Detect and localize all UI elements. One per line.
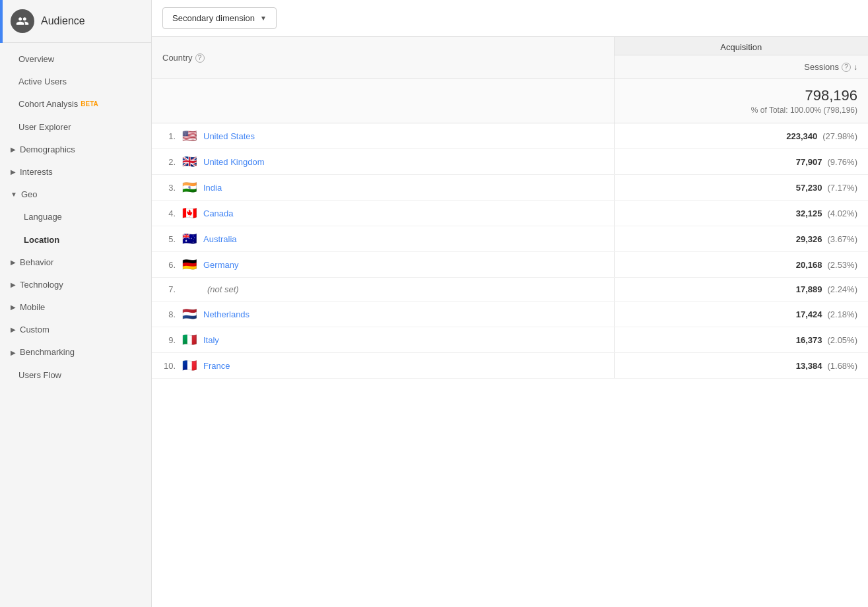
secondary-dimension-button[interactable]: Secondary dimension ▼ [162,7,277,29]
main-content: Secondary dimension ▼ Country ? Acquisit… [152,0,868,607]
country-link[interactable]: Italy [203,335,219,345]
row-number: 9. [162,335,176,345]
sidebar-nav: Overview Active Users Cohort AnalysisBET… [0,43,151,607]
row-number: 10. [162,361,176,371]
country-cell: 8.🇳🇱Netherlands [152,302,614,327]
sidebar-item-cohort-analysis-label: Cohort Analysis [18,98,78,110]
country-column-header: Country ? [152,37,614,79]
sessions-cell: 32,125(4.02%) [614,201,868,226]
sidebar-item-technology[interactable]: ▶ Technology [0,274,151,296]
chevron-right-icon: ▶ [11,280,16,290]
sidebar: Audience Overview Active Users Cohort An… [0,0,152,607]
country-link[interactable]: Canada [203,208,234,218]
sidebar-item-interests[interactable]: ▶ Interests [0,161,151,183]
chevron-down-icon: ▼ [260,15,267,22]
country-cell: 2.🇬🇧United Kingdom [152,149,614,175]
sessions-percentage: (2.53%) [827,260,857,270]
country-link[interactable]: Netherlands [203,309,250,319]
sessions-help-icon[interactable]: ? [842,63,851,72]
country-flag: 🇨🇦 [182,207,197,219]
table-row: 3.🇮🇳India57,230(7.17%) [152,175,868,201]
sidebar-item-geo[interactable]: ▼ Geo [0,183,151,206]
country-cell: 6.🇩🇪Germany [152,252,614,278]
country-not-set: (not set) [207,284,239,294]
sidebar-item-location[interactable]: Location [0,229,151,251]
country-link[interactable]: Germany [203,260,238,270]
top-bar: Secondary dimension ▼ [152,0,868,37]
sidebar-item-technology-label: Technology [20,279,63,291]
acquisition-header: Acquisition [614,37,868,55]
sidebar-item-interests-label: Interests [20,166,53,178]
total-sessions-sub: % of Total: 100.00% (798,196) [625,106,858,115]
sidebar-accent [0,0,3,43]
country-flag: 🇬🇧 [182,156,197,168]
chevron-right-icon: ▶ [11,303,16,312]
sidebar-item-mobile[interactable]: ▶ Mobile [0,296,151,319]
sessions-percentage: (2.18%) [827,309,857,319]
sidebar-item-demographics[interactable]: ▶ Demographics [0,139,151,161]
sidebar-item-behavior[interactable]: ▶ Behavior [0,251,151,274]
beta-badge: BETA [81,100,98,109]
sidebar-item-users-flow-label: Users Flow [18,369,61,381]
chevron-right-icon: ▶ [11,325,16,335]
chevron-right-icon: ▶ [11,145,16,154]
data-table: Country ? Acquisition Sessions ? ↓ [152,37,868,379]
country-cell: 5.🇦🇺Australia [152,226,614,252]
country-link[interactable]: Australia [203,234,237,244]
sidebar-item-overview-label: Overview [18,53,54,65]
country-flag: 🇳🇱 [182,308,197,320]
table-row: 1.🇺🇸United States223,340(27.98%) [152,123,868,149]
sessions-percentage: (3.67%) [827,234,857,244]
sidebar-item-benchmarking-label: Benchmarking [20,346,75,358]
sidebar-header: Audience [0,0,151,43]
country-link[interactable]: India [203,183,222,193]
table-row: 6.🇩🇪Germany20,168(2.53%) [152,252,868,278]
chevron-down-icon: ▼ [11,190,17,199]
sort-descending-icon[interactable]: ↓ [853,63,857,72]
sessions-cell: 77,907(9.76%) [614,149,868,175]
country-cell: 4.🇨🇦Canada [152,201,614,226]
table-row: 5.🇦🇺Australia29,326(3.67%) [152,226,868,252]
sidebar-item-language[interactable]: Language [0,206,151,228]
sidebar-item-custom[interactable]: ▶ Custom [0,319,151,341]
sessions-cell: 16,373(2.05%) [614,327,868,353]
row-number: 2. [162,157,176,167]
country-help-icon[interactable]: ? [195,53,205,63]
row-number: 1. [162,131,176,141]
sessions-percentage: (7.17%) [827,183,857,193]
table-row: 10.🇫🇷France13,384(1.68%) [152,353,868,379]
sessions-percentage: (2.05%) [827,335,857,345]
country-link[interactable]: United Kingdom [203,157,265,167]
sessions-percentage: (1.68%) [827,361,857,371]
sessions-cell: 57,230(7.17%) [614,175,868,201]
sidebar-item-geo-label: Geo [21,189,38,201]
data-table-container: Country ? Acquisition Sessions ? ↓ [152,37,868,607]
sessions-percentage: (4.02%) [827,208,857,218]
sessions-cell: 20,168(2.53%) [614,252,868,278]
country-cell: 1.🇺🇸United States [152,123,614,149]
chevron-right-icon: ▶ [11,168,16,177]
country-cell: 9.🇮🇹Italy [152,327,614,353]
country-link[interactable]: United States [203,131,255,141]
sidebar-title: Audience [41,15,85,27]
sidebar-item-benchmarking[interactable]: ▶ Benchmarking [0,341,151,364]
country-link[interactable]: France [203,361,230,371]
sidebar-item-user-explorer[interactable]: User Explorer [0,116,151,139]
row-number: 7. [162,284,176,294]
table-row: 7.(not set)17,889(2.24%) [152,278,868,302]
total-sessions-cell: 798,196 % of Total: 100.00% (798,196) [614,79,868,123]
sessions-value: 223,340 [786,131,817,141]
sidebar-item-cohort-analysis[interactable]: Cohort AnalysisBETA [0,93,151,115]
country-flag: 🇫🇷 [182,360,197,371]
country-flag: 🇮🇹 [182,334,197,346]
sessions-value: 16,373 [796,335,822,345]
sidebar-item-users-flow[interactable]: Users Flow [0,364,151,387]
total-row: 798,196 % of Total: 100.00% (798,196) [152,79,868,123]
secondary-dimension-label: Secondary dimension [172,13,255,23]
sidebar-item-active-users[interactable]: Active Users [0,71,151,93]
country-header-label: Country [162,53,193,63]
sessions-cell: 29,326(3.67%) [614,226,868,252]
sessions-cell: 13,384(1.68%) [614,353,868,379]
sidebar-item-overview[interactable]: Overview [0,48,151,71]
country-cell: 7.(not set) [152,278,614,302]
